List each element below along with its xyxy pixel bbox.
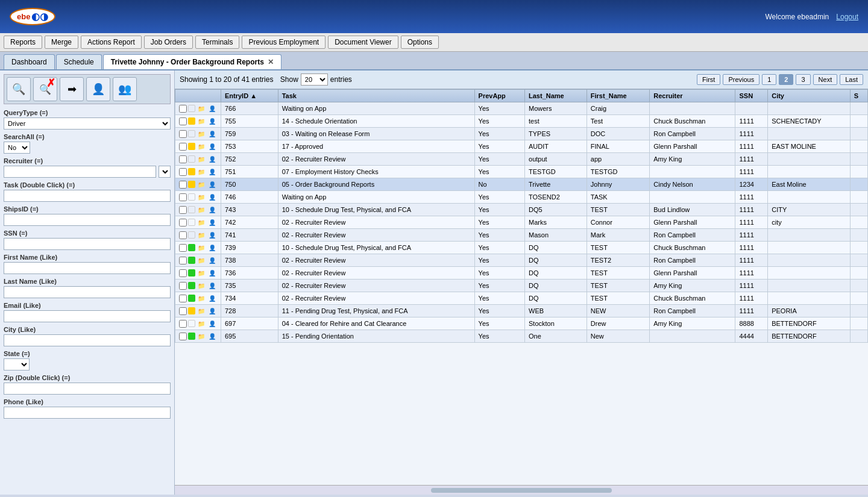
folder-icon[interactable]: 📁	[197, 294, 206, 302]
person-icon[interactable]: 👤	[207, 332, 217, 340]
table-row[interactable]: 📁👤766Waiting on AppYesMowersCraig	[175, 102, 868, 115]
task-input[interactable]	[4, 190, 171, 202]
logout-link[interactable]: Logout	[836, 13, 858, 21]
nav-btn-job-orders[interactable]: Job Orders	[144, 36, 193, 49]
col-entry-id[interactable]: EntryID ▲	[221, 90, 278, 102]
tab-2[interactable]: Trivette Johnny - Order Background Repor…	[103, 54, 281, 69]
table-row[interactable]: 📁👤75005 - Order Background ReportsNoTriv…	[175, 178, 868, 191]
row-checkbox[interactable]	[179, 219, 187, 227]
table-row[interactable]: 📁👤73602 - Recruiter ReviewYesDQTESTGlenn…	[175, 267, 868, 280]
row-checkbox[interactable]	[179, 257, 187, 264]
tab-1[interactable]: Schedule	[56, 54, 102, 69]
row-checkbox[interactable]	[179, 244, 187, 252]
nav-btn-reports[interactable]: Reports	[4, 36, 42, 49]
row-checkbox[interactable]	[179, 168, 187, 176]
person-icon[interactable]: 👤	[207, 218, 217, 227]
phone-input[interactable]	[4, 407, 171, 419]
table-row[interactable]: 📁👤75107 - Employment History ChecksYesTE…	[175, 166, 868, 178]
person-icon[interactable]: 👤	[207, 130, 217, 138]
row-checkbox[interactable]	[179, 333, 187, 340]
previous-page-btn[interactable]: Previous	[723, 74, 760, 85]
row-checkbox[interactable]	[179, 117, 187, 125]
person-icon[interactable]: 👤	[207, 256, 217, 264]
person-icon[interactable]: 👤	[207, 167, 217, 176]
nav-btn-options[interactable]: Options	[401, 36, 439, 49]
col-first-name[interactable]: First_Name	[587, 90, 650, 102]
person-icon[interactable]: 👤	[207, 142, 217, 151]
last-name-input[interactable]	[4, 286, 171, 298]
first-page-btn[interactable]: First	[697, 74, 720, 85]
person-icon[interactable]: 👤	[207, 319, 217, 328]
row-checkbox[interactable]	[179, 206, 187, 214]
row-checkbox[interactable]	[179, 282, 187, 290]
next-page-btn[interactable]: Next	[813, 74, 838, 85]
table-row[interactable]: 📁👤746Waiting on AppYesTOSEND2TASK1111	[175, 191, 868, 204]
person-icon[interactable]: 👤	[207, 243, 217, 252]
folder-icon[interactable]: 📁	[197, 269, 206, 277]
row-checkbox[interactable]	[179, 269, 187, 277]
page-1-btn[interactable]: 1	[762, 74, 776, 85]
tab-close-2[interactable]: ✕	[268, 58, 274, 66]
folder-icon[interactable]: 📁	[197, 243, 206, 252]
col-last-name[interactable]: Last_Name	[525, 90, 587, 102]
tab-0[interactable]: Dashboard	[4, 54, 55, 69]
row-checkbox[interactable]	[179, 181, 187, 189]
row-checkbox[interactable]	[179, 155, 187, 163]
col-s[interactable]: S	[850, 90, 867, 102]
folder-icon[interactable]: 📁	[197, 167, 206, 176]
col-city[interactable]: City	[768, 90, 851, 102]
person-icon[interactable]: 👤	[207, 117, 217, 125]
row-checkbox[interactable]	[179, 307, 187, 315]
table-row[interactable]: 📁👤75202 - Recruiter ReviewYesoutputappAm…	[175, 153, 868, 166]
table-row[interactable]: 📁👤73910 - Schedule Drug Test, Physical, …	[175, 242, 868, 254]
person-icon[interactable]: 👤	[207, 281, 217, 290]
query-type-select[interactable]: Driver Employee Vendor	[4, 117, 171, 130]
folder-icon[interactable]: 📁	[197, 319, 206, 328]
folder-icon[interactable]: 📁	[197, 218, 206, 227]
folder-icon[interactable]: 📁	[197, 180, 206, 189]
folder-icon[interactable]: 📁	[197, 193, 206, 201]
nav-btn-actions-report[interactable]: Actions Report	[81, 36, 142, 49]
table-row[interactable]: 📁👤73402 - Recruiter ReviewYesDQTESTChuck…	[175, 292, 868, 305]
person-icon[interactable]: 👤	[207, 155, 217, 163]
folder-icon[interactable]: 📁	[197, 104, 206, 113]
col-prev-app[interactable]: PrevApp	[474, 90, 524, 102]
last-page-btn[interactable]: Last	[840, 74, 863, 85]
folder-icon[interactable]: 📁	[197, 332, 206, 340]
table-row[interactable]: 📁👤73502 - Recruiter ReviewYesDQTESTAmy K…	[175, 280, 868, 292]
table-row[interactable]: 📁👤73802 - Recruiter ReviewYesDQTEST2Ron …	[175, 254, 868, 267]
add-user-tool-icon[interactable]: 👤	[86, 77, 110, 101]
ships-id-input[interactable]	[4, 214, 171, 226]
person-icon[interactable]: 👤	[207, 307, 217, 315]
per-page-select[interactable]: 10 20 50 100	[301, 73, 328, 86]
first-name-input[interactable]	[4, 262, 171, 274]
folder-icon[interactable]: 📁	[197, 155, 206, 163]
table-row[interactable]: 📁👤75514 - Schedule OrientationYestestTes…	[175, 115, 868, 128]
state-select[interactable]: IL IA OH	[4, 358, 30, 370]
col-checkbox[interactable]	[175, 90, 221, 102]
search-tool-icon[interactable]: 🔍	[7, 77, 31, 101]
recruiter-input[interactable]	[4, 166, 156, 178]
row-checkbox[interactable]	[179, 193, 187, 201]
city-input[interactable]	[4, 334, 171, 346]
user-tool-icon[interactable]: 👥	[113, 77, 137, 101]
table-row[interactable]: 📁👤74202 - Recruiter ReviewYesMarksConnor…	[175, 216, 868, 229]
row-checkbox[interactable]	[179, 295, 187, 302]
cancel-tool-icon[interactable]: 🔍 ✗	[33, 77, 57, 101]
table-row[interactable]: 📁👤75903 - Waiting on Release FormYesTYPE…	[175, 128, 868, 140]
page-2-btn[interactable]: 2	[779, 74, 793, 85]
table-row[interactable]: 📁👤75317 - ApprovedYesAUDITFINALGlenn Par…	[175, 140, 868, 153]
folder-icon[interactable]: 📁	[197, 231, 206, 239]
table-row[interactable]: 📁👤72811 - Pending Drug Test, Physical, a…	[175, 305, 868, 317]
folder-icon[interactable]: 📁	[197, 117, 206, 125]
nav-btn-document-viewer[interactable]: Document Viewer	[328, 36, 398, 49]
page-3-btn[interactable]: 3	[796, 74, 810, 85]
person-icon[interactable]: 👤	[207, 269, 217, 277]
email-input[interactable]	[4, 310, 171, 322]
export-tool-icon[interactable]: ➡	[60, 77, 84, 101]
row-checkbox[interactable]	[179, 231, 187, 239]
col-task[interactable]: Task	[278, 90, 474, 102]
search-all-select[interactable]: No Yes	[4, 142, 30, 154]
folder-icon[interactable]: 📁	[197, 307, 206, 315]
folder-icon[interactable]: 📁	[197, 256, 206, 264]
